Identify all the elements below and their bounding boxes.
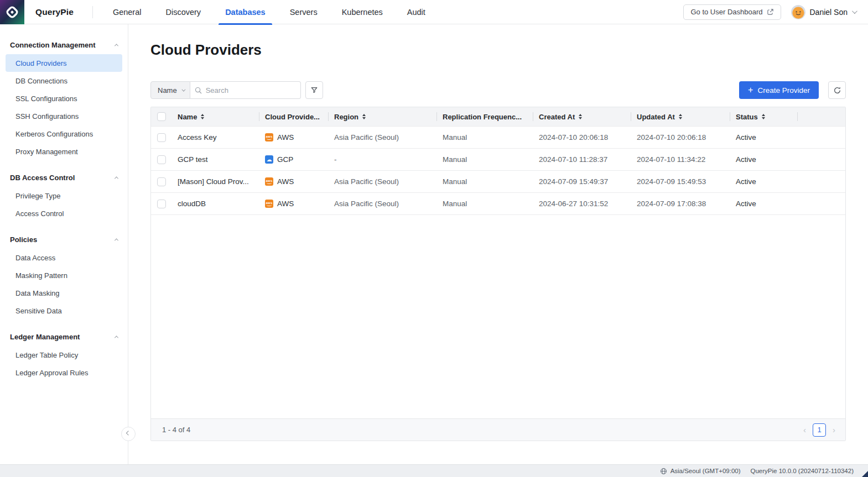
column-header-cloud-provider[interactable]: Cloud Provide... <box>259 107 329 126</box>
cell-name: GCP test <box>172 155 259 164</box>
chevron-down-icon <box>852 8 857 14</box>
table-row[interactable]: cloudDB AWS Asia Pacific (Seoul) Manual … <box>151 192 845 214</box>
row-checkbox-cell <box>151 171 172 192</box>
dashboard-button-label: Go to User Dashboard <box>690 8 762 16</box>
sidebar-item-sensitive-data[interactable]: Sensitive Data <box>6 302 122 319</box>
row-checkbox-cell <box>151 127 172 148</box>
column-label: Status <box>736 113 758 121</box>
sidebar-item-ssl-configurations[interactable]: SSL Configurations <box>6 90 122 107</box>
cell-region: - <box>329 155 437 164</box>
row-checkbox[interactable] <box>157 177 166 186</box>
pagination-page-1[interactable]: 1 <box>813 423 826 437</box>
chevron-left-icon <box>126 431 131 435</box>
cell-cloud-provider: GCP <box>259 155 329 164</box>
row-checkbox[interactable] <box>157 133 166 142</box>
cell-name: cloudDB <box>172 200 259 208</box>
column-header-created-at[interactable]: Created At <box>533 107 631 126</box>
search-input[interactable] <box>206 86 296 95</box>
column-label: Cloud Provide... <box>265 113 320 121</box>
table-row[interactable]: [Mason] Cloud Prov... AWS Asia Pacific (… <box>151 170 845 192</box>
sidebar-item-ssh-configurations[interactable]: SSH Configurations <box>6 107 122 125</box>
pagination-next-icon[interactable]: › <box>831 426 836 434</box>
sidebar-item-proxy-management[interactable]: Proxy Management <box>6 143 122 160</box>
aws-icon <box>265 177 273 186</box>
cell-created-at: 2024-07-10 11:28:37 <box>533 155 631 164</box>
pagination-prev-icon[interactable]: ‹ <box>802 426 807 434</box>
column-header-updated-at[interactable]: Updated At <box>631 107 730 126</box>
sidebar-collapse-button[interactable] <box>121 427 136 441</box>
row-checkbox[interactable] <box>157 200 166 208</box>
search-icon <box>195 87 202 94</box>
cell-created-at: 2024-06-27 10:31:52 <box>533 200 631 208</box>
sort-icon <box>362 114 366 119</box>
sort-icon <box>201 114 204 119</box>
section-title: DB Access Control <box>10 174 75 182</box>
row-checkbox[interactable] <box>157 155 166 164</box>
querypie-logo-icon[interactable] <box>0 0 24 24</box>
version-label: QueryPie 10.0.0 (20240712-110342) <box>751 468 854 474</box>
column-header-name[interactable]: Name <box>172 107 259 126</box>
tab-general[interactable]: General <box>101 0 154 24</box>
tab-kubernetes[interactable]: Kubernetes <box>330 0 395 24</box>
search-field-selector[interactable]: Name <box>150 81 190 99</box>
sidebar-item-data-access[interactable]: Data Access <box>6 249 122 266</box>
section-title: Ledger Management <box>10 333 80 341</box>
external-link-icon <box>767 8 774 15</box>
go-to-user-dashboard-button[interactable]: Go to User Dashboard <box>683 4 781 20</box>
sidebar-item-db-connections[interactable]: DB Connections <box>6 72 122 90</box>
refresh-button[interactable] <box>828 81 846 99</box>
sidebar-section-header-policies[interactable]: Policies <box>0 230 128 249</box>
sidebar-item-cloud-providers[interactable]: Cloud Providers <box>6 54 122 72</box>
cell-updated-at: 2024-07-10 11:34:22 <box>631 155 730 164</box>
filter-funnel-icon <box>310 86 318 94</box>
aws-icon <box>265 200 273 208</box>
column-header-replication-frequency[interactable]: Replication Frequenc... <box>437 107 533 126</box>
filter-button[interactable] <box>305 81 323 99</box>
sidebar-section-header-connection-management[interactable]: Connection Management <box>0 35 128 54</box>
sidebar-item-kerberos-configurations[interactable]: Kerberos Configurations <box>6 125 122 143</box>
tab-audit[interactable]: Audit <box>395 0 438 24</box>
cell-updated-at: 2024-07-10 20:06:18 <box>631 133 730 141</box>
provider-label: GCP <box>277 155 293 164</box>
cloud-providers-table: Name Cloud Provide... Region Replication… <box>150 107 846 441</box>
select-all-checkbox[interactable] <box>157 112 166 121</box>
status-bar: Asia/Seoul (GMT+09:00) QueryPie 10.0.0 (… <box>0 464 868 477</box>
nav-divider <box>92 6 93 18</box>
cell-cloud-provider: AWS <box>259 133 329 141</box>
sidebar-section-ledger-management: Ledger Management Ledger Table Policy Le… <box>0 327 128 381</box>
sidebar-item-data-masking[interactable]: Data Masking <box>6 284 122 302</box>
create-provider-button[interactable]: + Create Provider <box>739 81 819 99</box>
sidebar-section-header-db-access-control[interactable]: DB Access Control <box>0 168 128 187</box>
tab-servers[interactable]: Servers <box>278 0 330 24</box>
cell-status: Active <box>730 133 798 141</box>
search-field-label: Name <box>158 86 177 95</box>
table-header-row: Name Cloud Provide... Region Replication… <box>151 107 845 126</box>
section-title: Connection Management <box>10 41 96 49</box>
table-row[interactable]: GCP test GCP - Manual 2024-07-10 11:28:3… <box>151 148 845 170</box>
resize-corner <box>862 471 868 477</box>
pagination: ‹ 1 › <box>802 423 836 437</box>
cell-updated-at: 2024-07-09 15:49:53 <box>631 177 730 186</box>
sidebar-item-ledger-approval-rules[interactable]: Ledger Approval Rules <box>6 364 122 381</box>
column-header-status[interactable]: Status <box>730 107 798 126</box>
user-menu[interactable]: Daniel Son <box>791 5 856 19</box>
cell-name: Access Key <box>172 133 259 141</box>
sidebar-item-privilege-type[interactable]: Privilege Type <box>6 187 122 205</box>
cell-created-at: 2024-07-09 15:49:37 <box>533 177 631 186</box>
tab-discovery[interactable]: Discovery <box>153 0 213 24</box>
main-content: Cloud Providers Name + Create Provider <box>128 24 868 464</box>
chevron-up-icon <box>115 44 118 48</box>
sidebar-item-access-control[interactable]: Access Control <box>6 205 122 222</box>
sort-icon <box>679 114 682 119</box>
row-checkbox-cell <box>151 193 172 214</box>
column-label: Created At <box>539 113 575 121</box>
column-header-region[interactable]: Region <box>329 107 437 126</box>
sidebar-item-masking-pattern[interactable]: Masking Pattern <box>6 266 122 284</box>
table-row[interactable]: Access Key AWS Asia Pacific (Seoul) Manu… <box>151 126 845 148</box>
top-bar: QueryPie General Discovery Databases Ser… <box>0 0 868 24</box>
sort-icon <box>762 114 765 119</box>
sidebar-section-connection-management: Connection Management Cloud Providers DB… <box>0 35 128 160</box>
sidebar-section-header-ledger-management[interactable]: Ledger Management <box>0 327 128 346</box>
tab-databases[interactable]: Databases <box>213 0 278 24</box>
sidebar-item-ledger-table-policy[interactable]: Ledger Table Policy <box>6 346 122 364</box>
